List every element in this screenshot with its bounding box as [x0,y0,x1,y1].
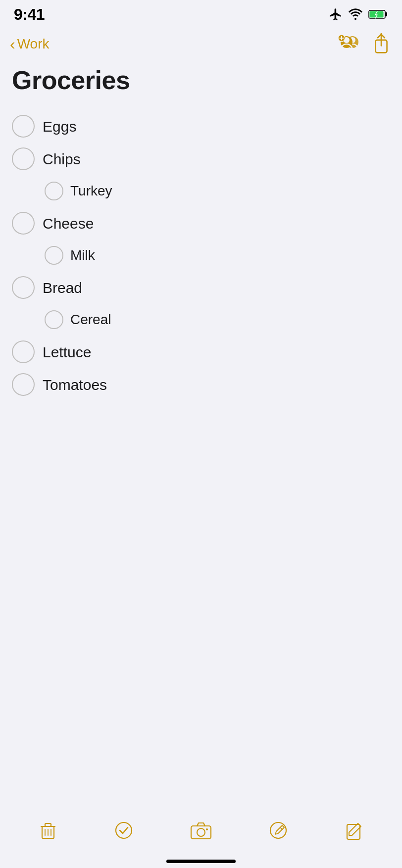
back-button[interactable]: ‹ Work [10,36,49,52]
bottom-toolbar [0,813,402,848]
checkbox-tomatoes[interactable] [12,373,35,396]
item-label-milk: Milk [70,246,95,264]
checklist: Eggs Chips Turkey Cheese Milk Bread Cere… [0,105,402,406]
svg-line-23 [280,827,282,829]
share-button[interactable] [372,33,390,55]
status-time: 9:41 [14,5,45,24]
list-item: Eggs [0,110,402,143]
checkbox-milk[interactable] [45,246,63,265]
checkbox-cheese[interactable] [12,212,35,235]
checkbox-bread[interactable] [12,276,35,299]
checkmark-circle-icon [113,820,135,841]
item-label-cereal: Cereal [70,311,111,329]
svg-point-20 [197,828,205,836]
list-item: Cheese [0,207,402,240]
item-label-turkey: Turkey [70,182,112,200]
list-item: Turkey [0,175,402,207]
svg-point-22 [270,822,286,838]
list-item: Lettuce [0,336,402,368]
home-indicator [166,860,236,863]
item-label-bread: Bread [43,278,82,297]
camera-button[interactable] [189,820,213,841]
checkbox-turkey[interactable] [45,182,63,200]
list-item: Cereal [0,304,402,336]
list-item: Chips [0,143,402,175]
list-item: Milk [0,240,402,271]
item-label-tomatoes: Tomatoes [43,375,107,394]
back-label: Work [17,36,50,52]
svg-rect-1 [385,12,387,16]
list-item: Tomatoes [0,368,402,401]
checkbox-eggs[interactable] [12,115,35,138]
trash-icon [37,820,59,841]
delete-button[interactable] [37,820,59,841]
page-title: Groceries [0,61,402,105]
item-label-cheese: Cheese [43,214,94,233]
checkbox-chips[interactable] [12,147,35,170]
checkbox-cereal[interactable] [45,310,63,329]
share-icon [372,33,390,55]
nav-right-icons [337,33,390,55]
item-label-eggs: Eggs [43,117,76,136]
add-people-icon [337,33,362,55]
compose-button[interactable] [343,820,365,841]
markup-icon [267,820,289,841]
collaborate-button[interactable] [337,33,362,55]
svg-point-21 [206,828,208,830]
item-label-chips: Chips [43,149,81,169]
nav-bar: ‹ Work [0,27,402,61]
svg-point-18 [116,822,132,838]
markup-button[interactable] [267,820,289,841]
back-chevron-icon: ‹ [10,36,15,52]
camera-icon [189,820,213,841]
status-bar: 9:41 [0,0,402,27]
checkbox-lettuce[interactable] [12,340,35,363]
compose-icon [343,820,365,841]
list-item: Bread [0,271,402,304]
checklist-button[interactable] [113,820,135,841]
item-label-lettuce: Lettuce [43,342,91,362]
airplane-icon [329,7,343,21]
battery-icon [368,8,388,20]
wifi-icon [348,8,363,20]
svg-rect-14 [45,823,51,826]
status-icons [329,7,388,21]
